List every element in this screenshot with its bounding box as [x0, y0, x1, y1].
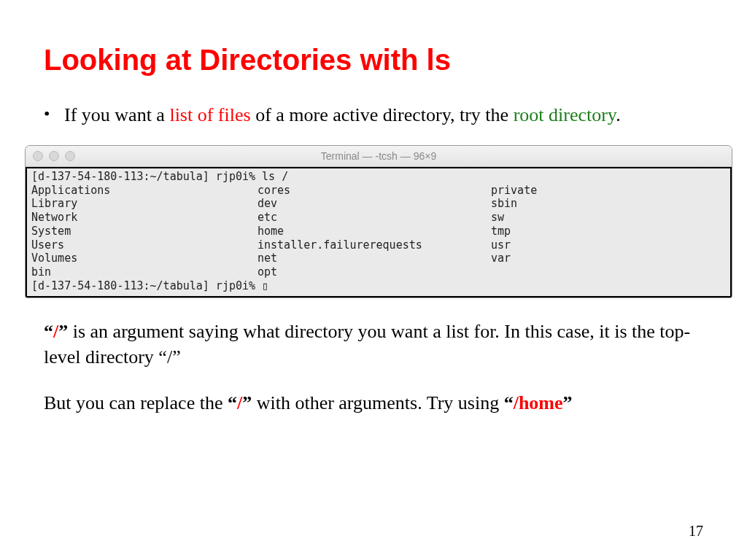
emph-root-directory: root directory	[514, 104, 616, 125]
terminal-line: [d-137-54-180-113:~/tabula] rjp0i% ls /	[31, 170, 726, 184]
terminal-line: [d-137-54-180-113:~/tabula] rjp0i% ▯	[31, 279, 726, 293]
terminal-line: Librarydevsbin	[31, 197, 726, 211]
ls-entry: Library	[31, 197, 258, 211]
ls-entry: bin	[31, 265, 258, 279]
slide-title: Looking at Directories with ls	[44, 44, 718, 77]
ls-entry: etc	[258, 211, 491, 225]
text: “	[44, 321, 53, 342]
bullet-paragraph: If you want a list of files of a more ac…	[44, 103, 718, 128]
ls-entry: tmp	[491, 225, 726, 238]
terminal-line: Applicationscoresprivate	[31, 184, 726, 198]
text: with other arguments. Try using	[252, 392, 503, 413]
ls-entry: sbin	[491, 197, 726, 211]
emph-home: /home	[514, 392, 563, 413]
terminal-titlebar: Terminal — -tcsh — 96×9	[26, 146, 732, 167]
terminal-line: Volumesnetvar	[31, 252, 726, 265]
text: ”	[563, 392, 573, 413]
text: is an argument saying what directory you…	[44, 321, 690, 368]
cursor-icon: ▯	[262, 279, 268, 292]
ls-entry: Volumes	[31, 252, 258, 265]
ls-entry: System	[31, 225, 258, 238]
text: ”	[58, 321, 68, 342]
ls-entry: private	[491, 184, 726, 198]
terminal-line: Systemhometmp	[31, 225, 726, 238]
emph-list-of-files: list of files	[169, 104, 250, 125]
terminal-title-text: Terminal — -tcsh — 96×9	[26, 150, 732, 162]
ls-entry: opt	[258, 265, 491, 279]
ls-entry: home	[258, 225, 491, 238]
ls-entry	[491, 265, 726, 279]
explanation-paragraph-2: But you can replace the “/” with other a…	[44, 390, 718, 416]
text: .	[616, 104, 621, 125]
terminal-body: [d-137-54-180-113:~/tabula] rjp0i% ls /A…	[26, 167, 732, 298]
explanation-paragraph-1: “/” is an argument saying what directory…	[44, 319, 718, 370]
text: of a more active directory, try the	[251, 104, 514, 125]
ls-entry: cores	[258, 184, 491, 198]
ls-entry: sw	[491, 211, 726, 225]
text: ”	[242, 392, 252, 413]
ls-entry: var	[491, 252, 726, 265]
text: “	[504, 392, 514, 413]
terminal-line: Usersinstaller.failurerequestsusr	[31, 238, 726, 252]
ls-entry: installer.failurerequests	[258, 238, 491, 252]
text: But you can replace the	[44, 392, 228, 413]
prompt: [d-137-54-180-113:~/tabula] rjp0i%	[31, 279, 262, 292]
ls-entry: Users	[31, 238, 258, 252]
ls-entry: usr	[491, 238, 726, 252]
terminal-line: binopt	[31, 265, 726, 279]
text: “	[228, 392, 237, 413]
slide: Looking at Directories with ls If you wa…	[0, 0, 747, 465]
page-number: 17	[689, 523, 703, 540]
ls-entry: dev	[258, 197, 491, 211]
ls-entry: Applications	[31, 184, 258, 198]
ls-entry: net	[258, 252, 491, 265]
ls-entry: Network	[31, 211, 258, 225]
terminal-line: Networketcsw	[31, 211, 726, 225]
terminal-window: Terminal — -tcsh — 96×9 [d-137-54-180-11…	[25, 145, 732, 298]
text: If you want a	[64, 104, 169, 125]
